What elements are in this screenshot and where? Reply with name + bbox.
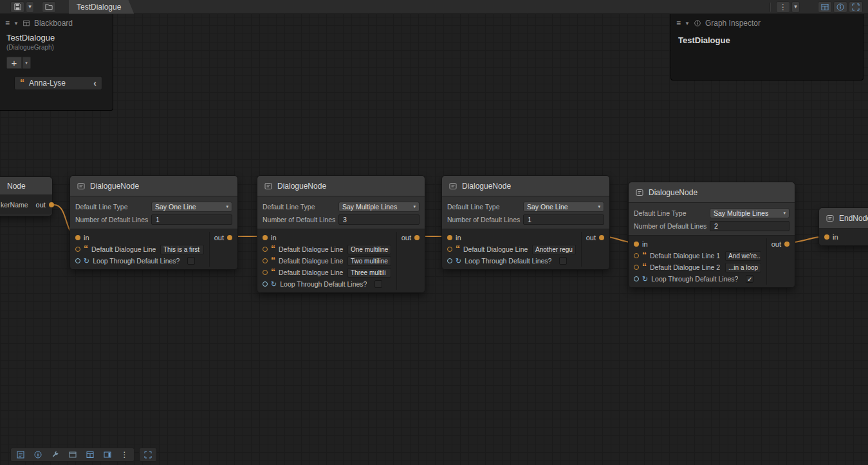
- in-port[interactable]: [634, 242, 639, 247]
- loop-icon: ↻: [642, 276, 648, 283]
- inspector-toggle-button[interactable]: [833, 1, 847, 13]
- node-title-bar[interactable]: EndNode: [819, 208, 868, 229]
- save-button[interactable]: [10, 1, 24, 13]
- quote-icon: “: [271, 247, 275, 252]
- num-lines-field[interactable]: 2: [710, 221, 790, 231]
- blackboard-panel-button[interactable]: [12, 448, 29, 461]
- add-property-button[interactable]: +: [6, 57, 22, 69]
- menu-icon[interactable]: ≡: [5, 19, 10, 28]
- loop-port[interactable]: [634, 276, 639, 281]
- frame-selection-button[interactable]: [139, 448, 157, 462]
- line-text-field[interactable]: Three multili: [347, 268, 391, 278]
- blackboard-panel[interactable]: ≡ ▼ Blackboard TestDialogue (DialogueGra…: [0, 14, 113, 111]
- line-port[interactable]: [634, 265, 639, 270]
- graph-inspector-panel[interactable]: ≡ ▼ Graph Inspector TestDialogue: [670, 14, 863, 81]
- dialogue-node-3[interactable]: DialogueNode Default Line Type Say One L…: [441, 175, 610, 270]
- chevron-down-icon: ▾: [25, 61, 28, 66]
- line-port[interactable]: [263, 270, 268, 275]
- in-port[interactable]: [75, 235, 80, 240]
- window-button[interactable]: [64, 448, 81, 461]
- line-type-dropdown[interactable]: Say One Line ▾: [523, 202, 604, 212]
- line-type-dropdown[interactable]: Say Multiple Lines ▾: [710, 208, 790, 218]
- line-port[interactable]: [447, 247, 452, 252]
- line-port[interactable]: [634, 253, 639, 258]
- inspected-graph-name: TestDialogue: [671, 30, 863, 50]
- line-type-dropdown[interactable]: Say Multiple Lines ▾: [338, 202, 420, 212]
- bottom-toolbar: ⋮: [10, 448, 157, 462]
- blackboard-property-row[interactable]: “ Anna-Lyse ‹: [14, 76, 102, 90]
- out-port[interactable]: [414, 235, 420, 240]
- blackboard-header[interactable]: ≡ ▼ Blackboard: [0, 14, 113, 30]
- side-panel-button[interactable]: [98, 448, 116, 461]
- chevron-left-icon[interactable]: ‹: [93, 78, 97, 88]
- num-lines-field[interactable]: 3: [338, 214, 420, 225]
- in-port[interactable]: [447, 235, 452, 240]
- loop-label: Loop Through Default Lines?: [651, 275, 738, 283]
- options-dropdown-button[interactable]: ▾: [791, 1, 800, 13]
- line-text-field[interactable]: One multiline: [347, 245, 391, 254]
- out-port[interactable]: [599, 235, 604, 240]
- loop-icon: ↻: [271, 281, 277, 288]
- inspector-icon: [836, 3, 845, 12]
- blackboard-toggle-button[interactable]: [818, 1, 832, 13]
- loop-port[interactable]: [447, 258, 452, 263]
- inspector-header[interactable]: ≡ ▼ Graph Inspector: [671, 14, 863, 30]
- loop-port[interactable]: [263, 281, 268, 287]
- line-text-field[interactable]: ...in a loop: [725, 263, 761, 272]
- table-panel-button[interactable]: [81, 448, 98, 461]
- line-port[interactable]: [263, 247, 268, 252]
- save-dropdown-button[interactable]: ▾: [26, 1, 34, 13]
- out-port[interactable]: [227, 235, 232, 240]
- quote-icon: “: [20, 81, 24, 86]
- line-text-field[interactable]: And we're...: [725, 251, 761, 261]
- node-title-bar[interactable]: DialogueNode: [257, 176, 425, 196]
- dialogue-node-2[interactable]: DialogueNode Default Line Type Say Multi…: [257, 175, 425, 293]
- line-port[interactable]: [75, 247, 80, 252]
- num-lines-field[interactable]: 1: [151, 214, 232, 225]
- line-label: Default Dialogue Line 2: [279, 257, 344, 265]
- split-panel-icon: [103, 450, 112, 459]
- loop-checkbox[interactable]: [559, 257, 567, 265]
- out-port[interactable]: [784, 242, 790, 247]
- dialogue-node-4[interactable]: DialogueNode Default Line Type Say Multi…: [628, 182, 795, 288]
- tools-button[interactable]: [46, 448, 64, 461]
- tab-testdialogue[interactable]: TestDialogue: [69, 0, 134, 14]
- loop-port[interactable]: [75, 258, 80, 263]
- node-title-bar[interactable]: DialogueNode: [442, 176, 609, 196]
- line-type-dropdown[interactable]: Say One Line ▾: [151, 202, 232, 212]
- wrench-icon: [51, 450, 60, 459]
- line-text-field[interactable]: This is a first: [160, 245, 204, 254]
- loop-checkbox[interactable]: ✓: [746, 275, 753, 283]
- more-options-button[interactable]: ⋮: [116, 448, 133, 461]
- line-port[interactable]: [263, 258, 268, 263]
- kebab-icon: ⋮: [121, 450, 129, 459]
- in-port[interactable]: [263, 235, 268, 240]
- menu-icon[interactable]: ≡: [676, 19, 681, 28]
- loop-checkbox[interactable]: [187, 257, 195, 265]
- collapse-icon[interactable]: ▼: [14, 21, 19, 26]
- inspector-panel-button[interactable]: [29, 448, 46, 461]
- num-lines-field[interactable]: 1: [523, 214, 604, 225]
- line-text-field[interactable]: Another regu: [532, 245, 576, 254]
- end-node[interactable]: EndNode in: [818, 207, 868, 246]
- node-title-bar[interactable]: Node: [0, 177, 52, 195]
- start-node[interactable]: Node kerName out: [0, 176, 53, 216]
- frame-all-button[interactable]: [849, 1, 863, 13]
- node-title-bar[interactable]: DialogueNode: [70, 176, 237, 196]
- open-asset-button[interactable]: [42, 1, 56, 13]
- loop-icon: ↻: [456, 258, 461, 265]
- loop-checkbox[interactable]: [374, 280, 382, 288]
- line-type-label: Default Line Type: [263, 203, 338, 211]
- frame-icon: [143, 450, 152, 459]
- in-port[interactable]: [824, 234, 829, 240]
- kebab-icon: ⋮: [779, 3, 787, 11]
- line-type-value: Say Multiple Lines: [342, 203, 397, 211]
- options-menu-button[interactable]: ⋮: [776, 1, 790, 13]
- dialogue-node-1[interactable]: DialogueNode Default Line Type Say One L…: [69, 175, 238, 270]
- add-property-dropdown[interactable]: ▾: [23, 57, 31, 69]
- line-text-field[interactable]: Two multiline: [347, 256, 391, 266]
- in-port-label: in: [833, 233, 838, 241]
- node-title-bar[interactable]: DialogueNode: [629, 182, 795, 203]
- collapse-icon[interactable]: ▼: [685, 21, 690, 26]
- out-port[interactable]: [49, 202, 54, 207]
